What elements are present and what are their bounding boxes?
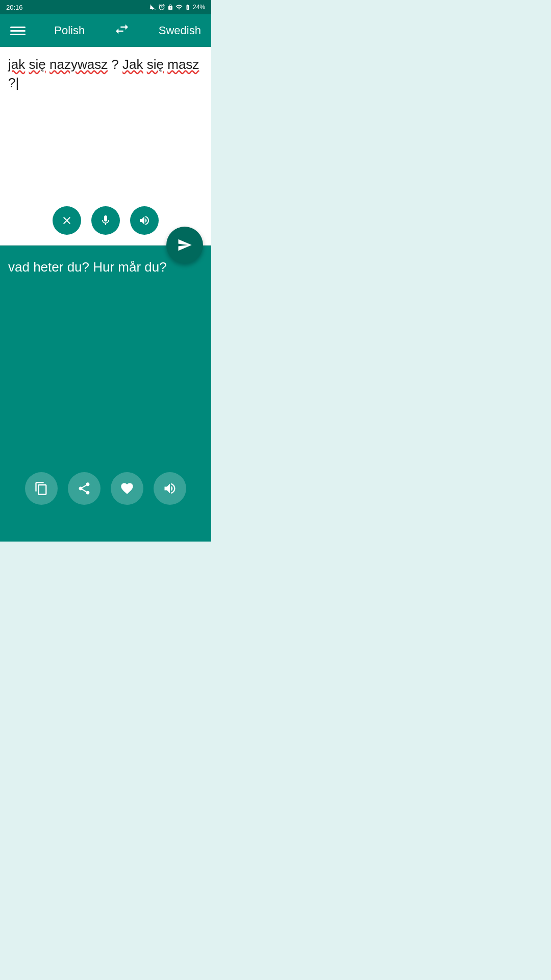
translate-button[interactable] <box>166 227 203 263</box>
translation-wrapper: jak się nazywasz ? Jak się masz ?| <box>0 47 211 542</box>
word-jak2: Jak <box>122 57 143 72</box>
status-icons: 24% <box>149 4 205 11</box>
translated-text: vad heter du? Hur mår du? <box>8 258 203 462</box>
target-language-button[interactable]: Swedish <box>159 24 201 37</box>
word-masz: masz <box>167 57 199 72</box>
battery-percent: 24% <box>193 4 205 11</box>
copy-button[interactable] <box>25 472 58 505</box>
output-section: vad heter du? Hur mår du? <box>0 246 211 542</box>
status-bar: 20:16 24% <box>0 0 211 14</box>
input-section: jak się nazywasz ? Jak się masz ?| <box>0 47 211 246</box>
microphone-button[interactable] <box>91 206 120 235</box>
swap-languages-button[interactable] <box>114 21 130 41</box>
word-nazywasz: nazywasz <box>49 57 108 72</box>
speak-output-button[interactable] <box>154 472 186 505</box>
output-controls <box>8 472 203 513</box>
clear-button[interactable] <box>53 206 81 235</box>
app-header: Polish Swedish <box>0 14 211 47</box>
status-time: 20:16 <box>6 4 23 11</box>
word-jak: jak <box>8 57 25 72</box>
word-sie1: się <box>29 57 45 72</box>
share-button[interactable] <box>68 472 101 505</box>
menu-button[interactable] <box>10 27 26 35</box>
favorite-button[interactable] <box>111 472 143 505</box>
source-language-button[interactable]: Polish <box>54 24 85 37</box>
source-text-input[interactable]: jak się nazywasz ? Jak się masz ?| <box>8 55 203 198</box>
speak-input-button[interactable] <box>130 206 159 235</box>
word-sie2: się <box>147 57 164 72</box>
